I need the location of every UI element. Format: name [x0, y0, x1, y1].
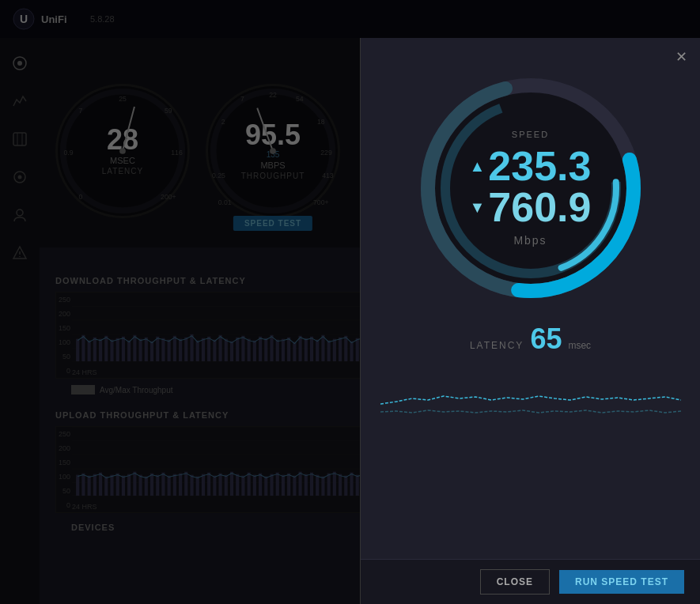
modal-mini-chart	[380, 368, 681, 432]
latency-display-label: LATENCY	[470, 340, 524, 351]
speed-gauge-label: SPEED	[512, 130, 549, 139]
speed-ring-gauge: SPEED ▲ 235.3 ▼ 760.9 Mbps	[412, 70, 649, 307]
modal-overlay: ✕ SPEED ▲	[0, 0, 700, 604]
speed-unit-label: Mbps	[513, 234, 547, 247]
close-button[interactable]: CLOSE	[480, 569, 550, 595]
modal-mini-chart-svg	[380, 368, 681, 432]
download-arrow-icon: ▼	[470, 199, 486, 215]
speed-test-modal: ✕ SPEED ▲	[360, 38, 700, 604]
run-speed-test-button[interactable]: RUN SPEED TEST	[559, 570, 684, 594]
speed-gauge-center: SPEED ▲ 235.3 ▼ 760.9 Mbps	[470, 130, 592, 247]
upload-speed-display: ▲ 235.3	[470, 145, 592, 187]
download-speed-display: ▼ 760.9	[470, 187, 592, 228]
modal-close-button[interactable]: ✕	[672, 47, 691, 66]
latency-display-value: 65	[530, 323, 562, 356]
latency-display-row: LATENCY 65 msec	[470, 323, 591, 356]
modal-footer: CLOSE RUN SPEED TEST	[361, 559, 700, 604]
latency-display-unit: msec	[568, 340, 591, 351]
speed-gauge-container: SPEED ▲ 235.3 ▼ 760.9 Mbps LATENCY 65 ms…	[361, 38, 700, 559]
upload-arrow-icon: ▲	[470, 158, 486, 174]
